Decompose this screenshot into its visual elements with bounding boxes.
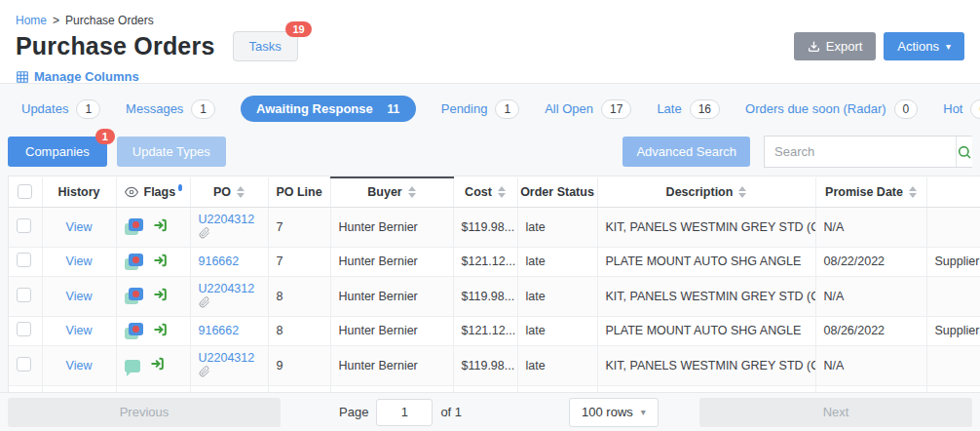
row-checkbox[interactable] bbox=[17, 218, 31, 233]
tab-pending[interactable]: Pending1 bbox=[441, 99, 519, 119]
cost-cell: $121.12... bbox=[453, 247, 517, 276]
tab-all-open[interactable]: All Open17 bbox=[545, 99, 631, 119]
sort-arrows-icon[interactable] bbox=[738, 186, 746, 198]
column-label: History bbox=[57, 185, 99, 199]
breadcrumb-home-link[interactable]: Home bbox=[16, 14, 47, 27]
column-label: Description bbox=[666, 185, 734, 199]
tab-label: Messages bbox=[126, 101, 183, 116]
promise-date-cell: N/A bbox=[815, 345, 926, 385]
page-number-input[interactable] bbox=[376, 399, 433, 426]
po-number-link[interactable]: 916662 bbox=[199, 324, 240, 337]
breadcrumb: Home > Purchase Orders bbox=[16, 14, 964, 27]
column-header-order_status: Order Status bbox=[517, 177, 597, 207]
companies-badge: 1 bbox=[95, 129, 115, 144]
row-checkbox[interactable] bbox=[17, 322, 31, 336]
select-all-checkbox[interactable] bbox=[18, 184, 32, 199]
rows-per-page-select[interactable]: 100 rows ▾ bbox=[569, 398, 659, 427]
companies-button[interactable]: Companies bbox=[8, 137, 107, 167]
sort-arrows-icon[interactable] bbox=[909, 186, 917, 198]
comment-flag-icon[interactable] bbox=[125, 360, 140, 372]
order-status-cell: late bbox=[517, 345, 597, 385]
search-submit-button[interactable] bbox=[956, 137, 972, 167]
next-page-button[interactable]: Next bbox=[699, 398, 972, 427]
row-checkbox[interactable] bbox=[17, 288, 31, 302]
manage-columns-link[interactable]: Manage Columns bbox=[16, 69, 139, 84]
sort-arrows-icon[interactable] bbox=[237, 186, 245, 198]
column-label: Buyer bbox=[367, 185, 401, 199]
column-header-buyer[interactable]: Buyer bbox=[330, 177, 453, 207]
receive-arrow-icon[interactable] bbox=[152, 253, 169, 271]
search-icon bbox=[957, 144, 972, 160]
pagination-bar: Previous Page of 1 100 rows ▾ Next bbox=[0, 392, 980, 431]
update-types-button[interactable]: Update Types bbox=[117, 137, 226, 167]
content-panel: Updates1Messages1Awaiting Response11Pend… bbox=[0, 83, 980, 431]
previous-page-button[interactable]: Previous bbox=[8, 398, 281, 427]
page-total-label: of 1 bbox=[440, 405, 462, 419]
history-view-link[interactable]: View bbox=[66, 290, 93, 303]
receive-arrow-icon[interactable] bbox=[149, 356, 166, 374]
history-view-link[interactable]: View bbox=[66, 324, 93, 337]
receive-arrow-icon[interactable] bbox=[152, 217, 169, 236]
tab-orders-due-soon-radar-[interactable]: Orders due soon (Radar)0 bbox=[745, 99, 918, 119]
attachment-paperclip-icon[interactable] bbox=[199, 296, 260, 311]
cost-cell: $119.98... bbox=[453, 207, 517, 247]
po-number-link[interactable]: U2204312 bbox=[199, 351, 255, 365]
row-checkbox[interactable] bbox=[17, 357, 31, 372]
tab-count-badge: 1 bbox=[76, 99, 100, 119]
tab-label: Late bbox=[657, 101, 681, 116]
tab-late[interactable]: Late16 bbox=[657, 99, 720, 119]
attachment-paperclip-icon[interactable] bbox=[199, 227, 260, 242]
tab-messages[interactable]: Messages1 bbox=[126, 99, 215, 119]
table-row: ViewU22043128Hunter Bernier$119.98...lat… bbox=[9, 276, 980, 316]
sort-arrows-icon[interactable] bbox=[498, 186, 506, 198]
order-status-cell: late bbox=[517, 276, 597, 316]
promise-date-cell: N/A bbox=[815, 207, 926, 247]
buyer-cell: Hunter Bernier bbox=[330, 276, 453, 316]
table-row: View9166628Hunter Bernier$121.12...lateP… bbox=[9, 316, 980, 345]
monitor-flag-icon[interactable] bbox=[125, 323, 143, 339]
advanced-search-button[interactable]: Advanced Search bbox=[622, 137, 750, 167]
tab-count-badge: 11 bbox=[387, 102, 400, 116]
column-header-flags: Flags bbox=[116, 177, 190, 207]
search-input[interactable] bbox=[765, 137, 956, 167]
po-line-cell: 8 bbox=[268, 276, 330, 316]
tab-updates[interactable]: Updates1 bbox=[21, 99, 100, 119]
history-view-link[interactable]: View bbox=[66, 220, 93, 234]
actions-button[interactable]: Actions ▾ bbox=[884, 32, 964, 60]
export-button[interactable]: Export bbox=[794, 32, 877, 60]
flags-cell bbox=[125, 253, 182, 271]
updates-cell: Supplier I bbox=[926, 316, 980, 345]
monitor-flag-icon[interactable] bbox=[125, 288, 143, 304]
page-header: Home > Purchase Orders Purchase Orders T… bbox=[0, 0, 980, 84]
tab-hot[interactable]: Hot0 bbox=[943, 99, 980, 119]
column-header-description[interactable]: Description bbox=[597, 177, 815, 207]
receive-arrow-icon[interactable] bbox=[152, 322, 169, 340]
receive-arrow-icon[interactable] bbox=[152, 287, 169, 305]
history-view-link[interactable]: View bbox=[66, 359, 93, 372]
tab-count-badge: 1 bbox=[191, 99, 215, 119]
column-header-po[interactable]: PO bbox=[190, 177, 268, 207]
history-view-link[interactable]: View bbox=[66, 255, 93, 268]
column-header-promise_date[interactable]: Promise Date bbox=[815, 177, 926, 207]
breadcrumb-separator: > bbox=[53, 14, 59, 27]
cost-cell: $121.12... bbox=[453, 316, 517, 345]
tasks-badge: 19 bbox=[285, 21, 311, 37]
row-checkbox[interactable] bbox=[17, 253, 31, 267]
monitor-flag-icon[interactable] bbox=[125, 218, 143, 235]
po-number-link[interactable]: U2204312 bbox=[199, 213, 255, 226]
tab-awaiting-response[interactable]: Awaiting Response11 bbox=[241, 96, 416, 122]
monitor-flag-icon[interactable] bbox=[125, 254, 143, 270]
table-grid-icon bbox=[16, 70, 29, 84]
attachment-paperclip-icon[interactable] bbox=[199, 366, 260, 380]
po-number-link[interactable]: U2204312 bbox=[199, 282, 255, 295]
column-header-updates: U bbox=[926, 177, 980, 207]
tab-label: Awaiting Response bbox=[256, 101, 373, 116]
po-number-link[interactable]: 916662 bbox=[199, 255, 240, 268]
table-row: ViewU22043127Hunter Bernier$119.98...lat… bbox=[9, 207, 980, 247]
column-header-history: History bbox=[42, 177, 116, 207]
column-header-cost[interactable]: Cost bbox=[453, 177, 517, 207]
po-line-cell: 9 bbox=[268, 345, 330, 385]
chevron-down-icon: ▾ bbox=[641, 407, 646, 417]
tab-label: All Open bbox=[545, 101, 593, 116]
sort-arrows-icon[interactable] bbox=[408, 186, 416, 198]
